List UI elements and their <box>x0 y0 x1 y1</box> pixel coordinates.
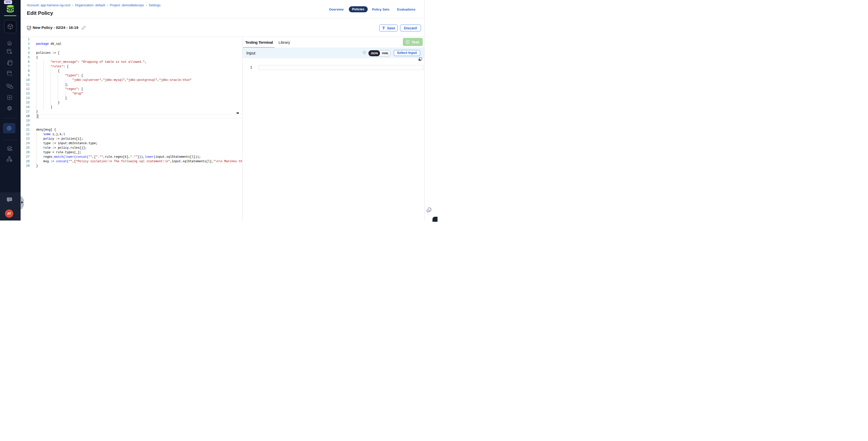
svg-text:</>: </> <box>363 52 366 54</box>
svg-text:?: ? <box>9 198 10 201</box>
